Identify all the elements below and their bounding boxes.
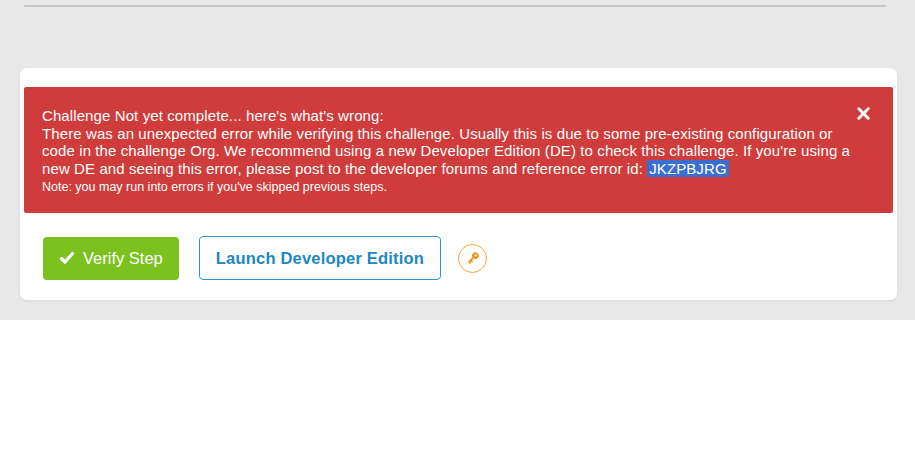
key-icon [464,250,481,267]
error-id-highlight: JKZPBJRG [647,160,728,177]
challenge-error-alert: Challenge Not yet complete... here's wha… [24,87,893,213]
close-button[interactable] [853,103,873,123]
launch-developer-edition-button[interactable]: Launch Developer Edition [199,236,441,280]
challenge-card: Challenge Not yet complete... here's wha… [20,68,897,300]
verify-step-label: Verify Step [83,249,163,268]
close-icon [856,106,871,121]
alert-title: Challenge Not yet complete... here's wha… [42,107,869,125]
launch-developer-edition-label: Launch Developer Edition [216,249,424,267]
top-divider [24,5,886,7]
alert-body: There was an unexpected error while veri… [42,125,869,178]
actions-row: Verify Step Launch Developer Edition [43,236,487,280]
key-button[interactable] [458,244,487,273]
alert-body-text: There was an unexpected error while veri… [42,125,850,177]
verify-step-button[interactable]: Verify Step [43,237,179,280]
checkmark-icon [59,250,75,266]
alert-note: Note: you may run into errors if you've … [42,179,869,195]
